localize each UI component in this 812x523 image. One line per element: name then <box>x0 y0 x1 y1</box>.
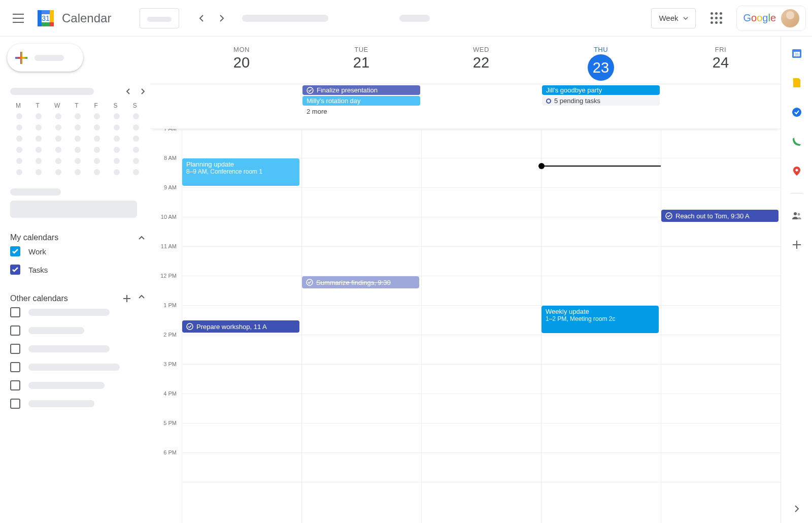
checkbox-empty-icon[interactable] <box>10 325 20 336</box>
other-calendar-item[interactable] <box>7 303 148 321</box>
other-calendar-item[interactable] <box>7 376 148 395</box>
hour-cell[interactable] <box>661 394 781 423</box>
hour-cell[interactable] <box>182 217 301 247</box>
allday-mon[interactable] <box>182 84 301 128</box>
other-calendar-item[interactable] <box>7 395 148 413</box>
hour-cell[interactable] <box>542 335 661 365</box>
mini-day-cell[interactable] <box>133 124 139 130</box>
next-week-button[interactable] <box>212 8 232 28</box>
mini-day-cell[interactable] <box>55 147 61 153</box>
hour-cell[interactable] <box>422 423 541 453</box>
mini-day-cell[interactable] <box>75 169 81 175</box>
hour-cell[interactable] <box>661 335 781 365</box>
mini-day-cell[interactable] <box>75 136 81 142</box>
hour-cell[interactable] <box>302 394 421 423</box>
hour-cell[interactable] <box>302 335 421 365</box>
hour-cell[interactable] <box>422 365 541 394</box>
hour-cell[interactable] <box>422 335 541 365</box>
hour-cell[interactable] <box>661 365 781 394</box>
mini-day-cell[interactable] <box>133 147 139 153</box>
checkbox-empty-icon[interactable] <box>10 399 20 409</box>
hour-cell[interactable] <box>661 129 781 158</box>
mini-day-cell[interactable] <box>55 124 61 130</box>
hour-cell[interactable] <box>182 129 301 158</box>
hour-cell[interactable] <box>661 423 781 453</box>
user-avatar[interactable] <box>781 9 799 27</box>
calendar-app-icon[interactable]: 31 <box>791 48 802 59</box>
hour-cell[interactable] <box>542 423 661 453</box>
more-events-link[interactable]: 2 more <box>302 107 420 116</box>
add-addon-icon[interactable] <box>791 239 802 250</box>
hour-cell[interactable] <box>661 158 781 188</box>
mini-day-cell[interactable] <box>55 158 61 164</box>
event-reach-out-tom[interactable]: Reach out to Tom, 9:30 A <box>661 210 779 222</box>
mini-day-cell[interactable] <box>114 124 120 130</box>
hour-cell[interactable] <box>182 188 301 217</box>
mini-day-cell[interactable] <box>114 113 120 119</box>
mini-day-cell[interactable] <box>75 158 81 164</box>
allday-thu[interactable]: Jill's goodbye party 5 pending tasks <box>541 84 661 128</box>
mini-day-cell[interactable] <box>94 169 100 175</box>
mini-day-cell[interactable] <box>36 147 42 153</box>
hour-cell[interactable] <box>182 423 301 453</box>
day-header-thu[interactable]: THU23 <box>541 37 661 84</box>
my-calendars-header[interactable]: My calendars <box>7 233 148 242</box>
day-header-tue[interactable]: TUE21 <box>301 37 421 84</box>
hour-cell[interactable] <box>422 276 541 306</box>
hide-panel-button[interactable] <box>794 505 799 513</box>
mini-day-cell[interactable] <box>16 158 22 164</box>
allday-event[interactable]: Jill's goodbye party <box>542 85 660 95</box>
day-header-wed[interactable]: WED22 <box>421 37 541 84</box>
mini-day-cell[interactable] <box>94 147 100 153</box>
hour-cell[interactable] <box>182 247 301 276</box>
plus-icon[interactable] <box>123 295 131 303</box>
contacts-app-icon[interactable] <box>791 210 802 221</box>
day-header-mon[interactable]: MON20 <box>182 37 301 84</box>
mini-day-cell[interactable] <box>36 136 42 142</box>
mini-day-cell[interactable] <box>94 124 100 130</box>
hour-cell[interactable] <box>542 129 661 158</box>
day-column-thu[interactable]: Weekly update 1–2 PM, Meeting room 2c <box>541 129 661 523</box>
mini-prev-icon[interactable] <box>126 88 130 95</box>
hour-cell[interactable] <box>182 365 301 394</box>
mini-day-cell[interactable] <box>133 169 139 175</box>
other-calendars-header[interactable]: Other calendars <box>7 294 148 303</box>
day-column-fri[interactable]: Reach out to Tom, 9:30 A <box>661 129 781 523</box>
event-summarize-findings[interactable]: Summarize findings, 9:30 <box>302 276 419 288</box>
create-button[interactable] <box>7 44 83 72</box>
checkbox-empty-icon[interactable] <box>10 307 20 317</box>
hour-cell[interactable] <box>422 188 541 217</box>
apps-launcher-button[interactable] <box>704 6 728 30</box>
mini-day-cell[interactable] <box>16 169 22 175</box>
hour-cell[interactable] <box>422 158 541 188</box>
mini-day-cell[interactable] <box>36 158 42 164</box>
mini-day-cell[interactable] <box>114 158 120 164</box>
tasks-app-icon[interactable] <box>791 107 802 118</box>
mini-day-cell[interactable] <box>36 124 42 130</box>
mini-day-cell[interactable] <box>75 147 81 153</box>
mini-day-cell[interactable] <box>55 136 61 142</box>
mini-day-cell[interactable] <box>94 113 100 119</box>
mini-day-cell[interactable] <box>114 136 120 142</box>
hour-cell[interactable] <box>661 453 781 482</box>
other-calendar-item[interactable] <box>7 321 148 340</box>
mini-day-cell[interactable] <box>133 158 139 164</box>
calendar-item-tasks[interactable]: Tasks <box>7 260 148 279</box>
event-prepare-workshop[interactable]: Prepare workshop, 11 A <box>182 320 299 333</box>
google-account-badge[interactable]: Google <box>736 6 806 31</box>
day-column-wed[interactable] <box>421 129 541 523</box>
day-header-fri[interactable]: FRI24 <box>661 37 781 84</box>
hour-cell[interactable] <box>422 217 541 247</box>
mini-day-cell[interactable] <box>16 147 22 153</box>
hour-cell[interactable] <box>182 394 301 423</box>
mini-day-cell[interactable] <box>75 124 81 130</box>
hour-cell[interactable] <box>542 276 661 306</box>
hour-cell[interactable] <box>302 129 421 158</box>
other-calendar-item[interactable] <box>7 358 148 376</box>
main-menu-button[interactable] <box>6 6 30 30</box>
hour-cell[interactable] <box>182 453 301 482</box>
allday-fri[interactable] <box>661 84 781 128</box>
mini-day-cell[interactable] <box>36 169 42 175</box>
checkbox-empty-icon[interactable] <box>10 362 20 372</box>
allday-wed[interactable] <box>421 84 541 128</box>
